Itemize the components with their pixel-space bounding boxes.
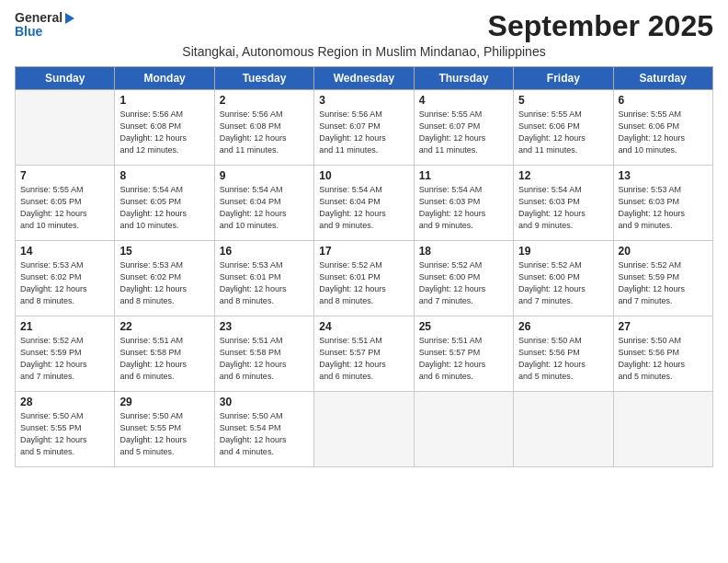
- calendar-cell: 20Sunrise: 5:52 AMSunset: 5:59 PMDayligh…: [613, 241, 712, 316]
- month-title: September 2025: [488, 11, 713, 40]
- calendar-cell: 9Sunrise: 5:54 AMSunset: 6:04 PMDaylight…: [214, 166, 313, 241]
- day-info: Sunrise: 5:54 AMSunset: 6:05 PMDaylight:…: [119, 184, 209, 232]
- day-info: Sunrise: 5:55 AMSunset: 6:06 PMDaylight:…: [619, 109, 708, 156]
- calendar-cell: 7Sunrise: 5:55 AMSunset: 6:05 PMDaylight…: [16, 166, 115, 241]
- calendar-cell: 19Sunrise: 5:52 AMSunset: 6:00 PMDayligh…: [514, 241, 613, 316]
- page: General Blue September 2025 Sitangkai, A…: [0, 0, 728, 477]
- calendar-cell: [613, 392, 712, 467]
- calendar-week-row: 28Sunrise: 5:50 AMSunset: 5:55 PMDayligh…: [16, 392, 713, 467]
- day-number: 3: [319, 94, 408, 107]
- day-number: 7: [20, 169, 109, 182]
- calendar-cell: 21Sunrise: 5:52 AMSunset: 5:59 PMDayligh…: [16, 316, 115, 392]
- calendar-cell: 17Sunrise: 5:52 AMSunset: 6:01 PMDayligh…: [314, 241, 414, 316]
- calendar-cell: 24Sunrise: 5:51 AMSunset: 5:57 PMDayligh…: [314, 316, 414, 392]
- calendar-cell: [514, 392, 613, 467]
- day-info: Sunrise: 5:52 AMSunset: 6:00 PMDaylight:…: [419, 259, 508, 307]
- day-number: 15: [119, 245, 209, 258]
- day-info: Sunrise: 5:53 AMSunset: 6:03 PMDaylight:…: [619, 184, 708, 232]
- day-info: Sunrise: 5:54 AMSunset: 6:04 PMDaylight:…: [319, 184, 408, 232]
- calendar-cell: 1Sunrise: 5:56 AMSunset: 6:08 PMDaylight…: [115, 90, 214, 166]
- calendar-week-row: 7Sunrise: 5:55 AMSunset: 6:05 PMDaylight…: [16, 166, 713, 241]
- calendar-cell: 3Sunrise: 5:56 AMSunset: 6:07 PMDaylight…: [314, 90, 414, 166]
- day-number: 28: [20, 396, 109, 408]
- day-info: Sunrise: 5:55 AMSunset: 6:05 PMDaylight:…: [20, 184, 109, 232]
- day-info: Sunrise: 5:56 AMSunset: 6:08 PMDaylight:…: [220, 109, 309, 156]
- day-info: Sunrise: 5:52 AMSunset: 6:01 PMDaylight:…: [319, 259, 408, 307]
- day-info: Sunrise: 5:52 AMSunset: 5:59 PMDaylight:…: [619, 259, 708, 307]
- day-info: Sunrise: 5:51 AMSunset: 5:58 PMDaylight:…: [119, 335, 209, 383]
- day-number: 9: [220, 169, 309, 182]
- calendar-cell: 13Sunrise: 5:53 AMSunset: 6:03 PMDayligh…: [613, 166, 712, 241]
- day-number: 21: [20, 320, 109, 333]
- calendar-cell: 26Sunrise: 5:50 AMSunset: 5:56 PMDayligh…: [514, 316, 613, 392]
- calendar-week-row: 1Sunrise: 5:56 AMSunset: 6:08 PMDaylight…: [16, 90, 713, 166]
- calendar-day-header: Friday: [514, 67, 613, 90]
- day-number: 19: [518, 245, 608, 258]
- day-number: 18: [419, 245, 508, 258]
- logo-general-text: General: [15, 11, 74, 25]
- day-number: 10: [319, 169, 408, 182]
- calendar-cell: 22Sunrise: 5:51 AMSunset: 5:58 PMDayligh…: [115, 316, 214, 392]
- day-info: Sunrise: 5:51 AMSunset: 5:57 PMDaylight:…: [419, 335, 508, 383]
- calendar-day-header: Monday: [115, 67, 214, 90]
- calendar-cell: 6Sunrise: 5:55 AMSunset: 6:06 PMDaylight…: [613, 90, 712, 166]
- calendar-cell: 29Sunrise: 5:50 AMSunset: 5:55 PMDayligh…: [115, 392, 214, 467]
- calendar-header-row: SundayMondayTuesdayWednesdayThursdayFrid…: [16, 67, 713, 90]
- calendar-cell: 15Sunrise: 5:53 AMSunset: 6:02 PMDayligh…: [115, 241, 214, 316]
- day-number: 16: [220, 245, 309, 258]
- calendar-day-header: Sunday: [16, 67, 115, 90]
- day-number: 25: [419, 320, 508, 333]
- day-info: Sunrise: 5:55 AMSunset: 6:06 PMDaylight:…: [518, 109, 608, 156]
- day-number: 1: [119, 94, 209, 107]
- day-info: Sunrise: 5:50 AMSunset: 5:55 PMDaylight:…: [20, 410, 109, 458]
- day-info: Sunrise: 5:53 AMSunset: 6:02 PMDaylight:…: [20, 259, 109, 307]
- calendar-cell: 25Sunrise: 5:51 AMSunset: 5:57 PMDayligh…: [414, 316, 513, 392]
- day-info: Sunrise: 5:51 AMSunset: 5:58 PMDaylight:…: [220, 335, 309, 383]
- calendar-week-row: 21Sunrise: 5:52 AMSunset: 5:59 PMDayligh…: [16, 316, 713, 392]
- day-info: Sunrise: 5:53 AMSunset: 6:01 PMDaylight:…: [220, 259, 309, 307]
- day-number: 29: [119, 396, 209, 408]
- day-info: Sunrise: 5:52 AMSunset: 5:59 PMDaylight:…: [20, 335, 109, 383]
- day-number: 20: [619, 245, 708, 258]
- calendar: SundayMondayTuesdayWednesdayThursdayFrid…: [15, 66, 713, 467]
- calendar-week-row: 14Sunrise: 5:53 AMSunset: 6:02 PMDayligh…: [16, 241, 713, 316]
- calendar-cell: 28Sunrise: 5:50 AMSunset: 5:55 PMDayligh…: [16, 392, 115, 467]
- calendar-cell: 10Sunrise: 5:54 AMSunset: 6:04 PMDayligh…: [314, 166, 414, 241]
- day-info: Sunrise: 5:50 AMSunset: 5:55 PMDaylight:…: [119, 410, 209, 458]
- day-info: Sunrise: 5:50 AMSunset: 5:56 PMDaylight:…: [619, 335, 708, 383]
- logo: General Blue: [15, 11, 74, 40]
- day-number: 6: [619, 94, 708, 107]
- day-number: 5: [518, 94, 608, 107]
- calendar-cell: 11Sunrise: 5:54 AMSunset: 6:03 PMDayligh…: [414, 166, 513, 241]
- day-info: Sunrise: 5:54 AMSunset: 6:03 PMDaylight:…: [518, 184, 608, 232]
- day-number: 30: [220, 396, 309, 408]
- calendar-cell: 5Sunrise: 5:55 AMSunset: 6:06 PMDaylight…: [514, 90, 613, 166]
- day-number: 14: [20, 245, 109, 258]
- day-number: 2: [220, 94, 309, 107]
- calendar-cell: [414, 392, 513, 467]
- calendar-day-header: Saturday: [613, 67, 712, 90]
- logo-arrow-icon: [65, 13, 74, 24]
- day-info: Sunrise: 5:56 AMSunset: 6:08 PMDaylight:…: [119, 109, 209, 156]
- day-number: 27: [619, 320, 708, 333]
- day-number: 4: [419, 94, 508, 107]
- day-info: Sunrise: 5:51 AMSunset: 5:57 PMDaylight:…: [319, 335, 408, 383]
- header-row: General Blue September 2025: [15, 11, 713, 40]
- day-info: Sunrise: 5:50 AMSunset: 5:54 PMDaylight:…: [220, 410, 309, 458]
- calendar-cell: 30Sunrise: 5:50 AMSunset: 5:54 PMDayligh…: [214, 392, 313, 467]
- day-number: 8: [119, 169, 209, 182]
- logo-blue-text: Blue: [15, 25, 42, 39]
- calendar-day-header: Tuesday: [214, 67, 313, 90]
- day-info: Sunrise: 5:50 AMSunset: 5:56 PMDaylight:…: [518, 335, 608, 383]
- calendar-cell: 4Sunrise: 5:55 AMSunset: 6:07 PMDaylight…: [414, 90, 513, 166]
- calendar-cell: [16, 90, 115, 166]
- calendar-day-header: Thursday: [414, 67, 513, 90]
- calendar-cell: 12Sunrise: 5:54 AMSunset: 6:03 PMDayligh…: [514, 166, 613, 241]
- subtitle: Sitangkai, Autonomous Region in Muslim M…: [15, 44, 713, 59]
- calendar-cell: 16Sunrise: 5:53 AMSunset: 6:01 PMDayligh…: [214, 241, 313, 316]
- calendar-cell: 8Sunrise: 5:54 AMSunset: 6:05 PMDaylight…: [115, 166, 214, 241]
- day-info: Sunrise: 5:53 AMSunset: 6:02 PMDaylight:…: [119, 259, 209, 307]
- day-number: 11: [419, 169, 508, 182]
- calendar-day-header: Wednesday: [314, 67, 414, 90]
- day-number: 13: [619, 169, 708, 182]
